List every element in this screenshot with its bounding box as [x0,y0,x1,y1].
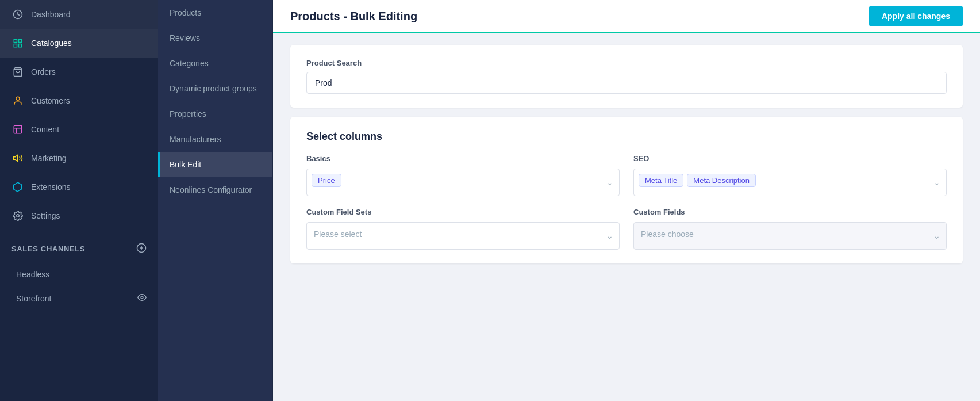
sidebar-item-label: Content [31,125,59,134]
page-header: Products - Bulk Editing Apply all change… [273,0,980,33]
columns-bottom-row: Custom Field Sets Please select ⌄ Custom… [306,208,947,250]
basics-section: Basics Price ⌄ [306,154,620,196]
extensions-icon [11,181,24,193]
meta-description-tag: Meta Description [687,174,756,187]
sidebar: Dashboard Catalogues Orders Customers Co… [0,0,158,401]
seo-section: SEO Meta Title Meta Description ⌄ [633,154,947,196]
basics-dropdown[interactable]: Price ⌄ [306,169,620,196]
sidebar-item-dashboard[interactable]: Dashboard [0,0,158,29]
sidebar-item-label: Dashboard [31,10,71,19]
custom-field-sets-section: Custom Field Sets Please select ⌄ [306,208,620,250]
content-area: Product Search Select columns Basics Pri… [273,33,980,401]
secondary-item-bulk-edit[interactable]: Bulk Edit [158,152,272,177]
sidebar-item-catalogues[interactable]: Catalogues [0,29,158,58]
main-content: Products - Bulk Editing Apply all change… [273,0,980,401]
custom-fields-section: Custom Fields Please choose ⌄ [633,208,947,250]
sidebar-item-headless[interactable]: Headless [0,263,158,286]
eye-icon [137,293,147,304]
basics-dropdown-arrow: ⌄ [606,178,613,187]
svg-point-6 [16,97,20,100]
sidebar-item-storefront[interactable]: Storefront [0,286,158,311]
select-columns-card: Select columns Basics Price ⌄ SEO Meta T… [290,117,963,263]
custom-fields-dropdown[interactable]: Please choose ⌄ [633,222,947,250]
secondary-item-manufacturers[interactable]: Manufacturers [158,127,272,152]
product-search-input[interactable] [306,72,947,94]
custom-fields-placeholder: Please choose [639,227,696,241]
catalogues-icon [11,37,24,49]
content-icon [11,123,24,136]
dashboard-icon [11,8,24,21]
apply-all-changes-button[interactable]: Apply all changes [869,6,963,26]
svg-point-15 [141,296,143,299]
sidebar-item-content[interactable]: Content [0,115,158,144]
svg-marker-10 [14,155,18,162]
sidebar-item-extensions[interactable]: Extensions [0,173,158,201]
custom-field-sets-dropdown-arrow: ⌄ [606,231,613,240]
seo-dropdown[interactable]: Meta Title Meta Description ⌄ [633,169,947,196]
custom-fields-dropdown-arrow: ⌄ [933,231,940,240]
svg-rect-2 [19,39,22,42]
secondary-item-reviews[interactable]: Reviews [158,25,272,51]
customers-icon [11,94,24,107]
secondary-item-label: Reviews [170,33,200,43]
secondary-item-dynamic-product-groups[interactable]: Dynamic product groups [158,76,272,101]
product-search-card: Product Search [290,45,963,108]
product-search-label: Product Search [306,59,947,67]
sidebar-item-settings[interactable]: Settings [0,201,158,230]
sidebar-item-label: Catalogues [31,39,72,48]
secondary-item-label: Neonlines Configurator [170,185,252,194]
sales-channels-section: Sales Channels [0,235,158,263]
sidebar-item-orders[interactable]: Orders [0,58,158,86]
sidebar-item-label: Settings [31,211,60,220]
secondary-item-label: Manufacturers [170,135,221,144]
marketing-icon [11,152,24,165]
seo-dropdown-arrow: ⌄ [933,178,940,187]
svg-point-11 [17,215,20,217]
sidebar-item-label: Orders [31,67,56,77]
svg-rect-1 [14,39,17,42]
sidebar-item-label: Marketing [31,154,66,163]
secondary-item-label: Properties [170,109,206,119]
sales-channels-label: Sales Channels [11,245,85,253]
page-title: Products - Bulk Editing [290,10,417,23]
seo-label: SEO [633,154,947,163]
add-sales-channel-icon[interactable] [136,243,147,255]
basics-label: Basics [306,154,620,163]
headless-label: Headless [16,270,49,279]
orders-icon [11,66,24,78]
svg-rect-7 [14,125,22,133]
secondary-sidebar: Products Reviews Categories Dynamic prod… [158,0,273,401]
sidebar-item-marketing[interactable]: Marketing [0,144,158,173]
svg-rect-4 [14,44,17,47]
sidebar-item-customers[interactable]: Customers [0,86,158,115]
secondary-item-neonlines-configurator[interactable]: Neonlines Configurator [158,177,272,203]
svg-rect-3 [19,44,22,47]
secondary-item-label: Bulk Edit [170,160,201,169]
secondary-item-categories[interactable]: Categories [158,51,272,76]
custom-field-sets-label: Custom Field Sets [306,208,620,216]
storefront-label: Storefront [16,294,51,303]
columns-top-row: Basics Price ⌄ SEO Meta Title Meta Descr… [306,154,947,196]
secondary-item-label: Products [170,8,201,17]
custom-fields-label: Custom Fields [633,208,947,216]
custom-field-sets-placeholder: Please select [312,227,364,241]
select-columns-title: Select columns [306,131,947,143]
secondary-item-label: Categories [170,59,209,68]
secondary-item-properties[interactable]: Properties [158,101,272,127]
sidebar-item-label: Extensions [31,182,70,192]
secondary-item-label: Dynamic product groups [170,84,257,93]
secondary-item-products[interactable]: Products [158,0,272,25]
sidebar-item-label: Customers [31,96,70,105]
meta-title-tag: Meta Title [639,174,683,187]
settings-icon [11,209,24,222]
custom-field-sets-dropdown[interactable]: Please select ⌄ [306,222,620,250]
price-tag: Price [312,174,341,187]
